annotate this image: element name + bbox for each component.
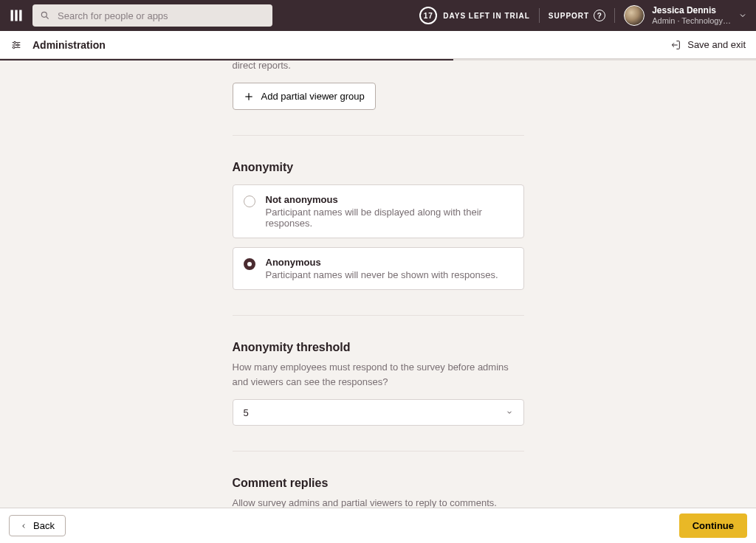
user-name: Jessica Dennis bbox=[652, 5, 731, 15]
page-title: Administration bbox=[32, 39, 106, 51]
save-and-exit-button[interactable]: Save and exit bbox=[670, 39, 746, 51]
option-title: Anonymous bbox=[266, 257, 498, 268]
svg-point-6 bbox=[17, 44, 19, 46]
divider bbox=[233, 135, 524, 136]
avatar bbox=[624, 5, 645, 26]
trial-days-circle: 17 bbox=[419, 7, 437, 24]
add-partial-viewer-group-button[interactable]: Add partial viewer group bbox=[233, 83, 376, 110]
chevron-down-icon bbox=[506, 409, 513, 416]
svg-point-0 bbox=[41, 12, 47, 17]
divider bbox=[539, 8, 540, 23]
search-icon bbox=[40, 10, 50, 21]
trial-badge[interactable]: 17 DAYS LEFT IN TRIAL bbox=[419, 7, 530, 24]
radio-icon-selected bbox=[244, 258, 255, 270]
svg-line-1 bbox=[47, 17, 49, 19]
search-input[interactable] bbox=[56, 10, 265, 22]
page-subheader: Administration Save and exit bbox=[0, 31, 756, 59]
anonymity-option-anonymous[interactable]: Anonymous Participant names will never b… bbox=[233, 247, 524, 290]
truncated-prior-text: direct reports. bbox=[233, 60, 524, 71]
divider bbox=[233, 451, 524, 452]
exit-icon bbox=[670, 39, 681, 51]
anonymity-option-not-anonymous[interactable]: Not anonymous Participant names will be … bbox=[233, 184, 524, 238]
plus-icon bbox=[244, 91, 254, 102]
help-icon: ? bbox=[594, 10, 605, 21]
top-navbar: 17 DAYS LEFT IN TRIAL SUPPORT ? Jessica … bbox=[0, 0, 756, 31]
comment-replies-heading: Comment replies bbox=[233, 477, 524, 490]
logo[interactable] bbox=[9, 8, 24, 23]
option-desc: Participant names will be displayed alon… bbox=[266, 207, 513, 229]
threshold-value: 5 bbox=[244, 407, 249, 418]
wizard-footer: Back Continue bbox=[0, 508, 756, 543]
anonymity-heading: Anonymity bbox=[233, 161, 524, 174]
user-menu[interactable]: Jessica Dennis Admin · Technology… bbox=[624, 5, 747, 26]
divider bbox=[233, 315, 524, 316]
svg-point-5 bbox=[14, 41, 16, 44]
threshold-select[interactable]: 5 bbox=[233, 399, 524, 426]
settings-sliders-icon[interactable] bbox=[10, 39, 22, 51]
threshold-heading: Anonymity threshold bbox=[233, 341, 524, 354]
comment-replies-desc: Allow survey admins and partial viewers … bbox=[233, 496, 524, 508]
content-area: direct reports. Add partial viewer group… bbox=[0, 60, 756, 508]
divider bbox=[614, 8, 615, 23]
user-role: Admin · Technology… bbox=[652, 16, 731, 26]
option-desc: Participant names will never be shown wi… bbox=[266, 269, 498, 280]
global-search[interactable] bbox=[32, 4, 272, 27]
chevron-left-icon bbox=[20, 522, 27, 530]
back-button[interactable]: Back bbox=[9, 515, 66, 536]
continue-button[interactable]: Continue bbox=[679, 513, 747, 538]
trial-label: DAYS LEFT IN TRIAL bbox=[443, 12, 530, 20]
option-title: Not anonymous bbox=[266, 194, 513, 205]
svg-point-7 bbox=[13, 46, 15, 49]
chevron-down-icon bbox=[738, 11, 747, 20]
radio-icon bbox=[244, 196, 255, 207]
support-link[interactable]: SUPPORT ? bbox=[549, 10, 605, 21]
threshold-desc: How many employees must respond to the s… bbox=[233, 360, 524, 389]
